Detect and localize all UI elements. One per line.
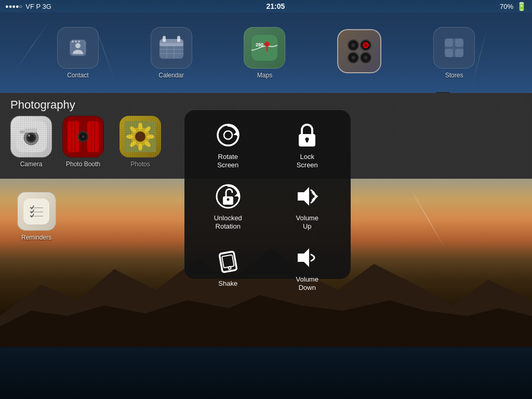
popup-menu: RotateScreen LockScreen <box>184 110 351 279</box>
photobooth-app-label: Photo Booth <box>66 161 100 168</box>
carrier-label: VF P 3G <box>25 3 51 10</box>
volume-down-icon <box>292 243 322 272</box>
rotate-screen-label: RotateScreen <box>217 153 238 169</box>
svg-rect-17 <box>251 35 277 61</box>
svg-point-58 <box>138 143 142 151</box>
status-bar: ●●●●○ VF P 3G 21:05 70% 🔋 <box>0 0 532 12</box>
svg-rect-33 <box>445 38 453 47</box>
signal-dots: ●●●●○ <box>5 3 22 9</box>
svg-rect-10 <box>159 43 183 46</box>
svg-rect-11 <box>163 36 166 42</box>
rotate-screen-item[interactable]: RotateScreen <box>190 115 267 174</box>
svg-point-18 <box>264 42 270 47</box>
stores-icon <box>433 27 475 69</box>
svg-rect-45 <box>68 121 79 152</box>
svg-rect-42 <box>25 128 37 132</box>
contact-label: Contact <box>67 72 88 79</box>
photos-app-icon <box>119 116 161 157</box>
calendar-label: Calendar <box>158 72 184 79</box>
svg-rect-78 <box>222 255 234 268</box>
volume-up-item[interactable]: VolumeUp <box>269 177 346 235</box>
svg-rect-80 <box>23 198 49 224</box>
svg-rect-46 <box>87 121 99 152</box>
svg-point-6 <box>75 41 77 43</box>
svg-point-56 <box>135 131 145 142</box>
top-dock: Contact Calendar <box>0 12 532 93</box>
svg-rect-70 <box>306 139 308 142</box>
contact-icon <box>57 27 99 69</box>
svg-point-5 <box>72 41 74 43</box>
svg-rect-43 <box>20 130 25 134</box>
svg-point-59 <box>126 135 134 139</box>
unlocked-rotation-label: UnlockedRotation <box>214 214 242 230</box>
lock-screen-label: LockScreen <box>297 153 318 169</box>
shake-icon <box>214 247 243 276</box>
lock-screen-item[interactable]: LockScreen <box>269 115 346 174</box>
battery-icon: 🔋 <box>516 2 527 11</box>
dock-app-calendar[interactable]: Calendar <box>151 27 192 79</box>
svg-marker-79 <box>298 248 309 267</box>
svg-point-4 <box>75 43 81 48</box>
svg-rect-12 <box>177 36 180 42</box>
stores-label: Stores <box>445 72 463 79</box>
photos-app-label: Photos <box>130 161 150 168</box>
volume-down-item[interactable]: VolumeDown <box>269 238 346 297</box>
svg-text:280: 280 <box>256 42 263 47</box>
shake-label: Shake <box>218 280 237 288</box>
svg-point-67 <box>224 131 232 139</box>
svg-point-53 <box>82 135 85 138</box>
svg-marker-72 <box>234 192 238 196</box>
svg-point-31 <box>364 56 367 59</box>
battery-percentage: 70% <box>500 3 513 10</box>
volume-up-label: VolumeUp <box>296 214 318 230</box>
svg-point-7 <box>78 41 80 43</box>
camera-app-label: Camera <box>20 161 43 168</box>
status-time: 21:05 <box>267 2 285 10</box>
svg-rect-76 <box>219 251 237 272</box>
svg-rect-35 <box>445 49 453 57</box>
shake-item[interactable]: Shake <box>190 238 267 297</box>
dock-app-photobooth[interactable] <box>337 29 381 76</box>
status-battery-area: 70% 🔋 <box>500 2 527 11</box>
svg-point-60 <box>147 135 154 139</box>
volume-down-label: VolumeDown <box>296 275 318 291</box>
svg-point-74 <box>227 198 229 201</box>
svg-point-25 <box>364 44 367 47</box>
dock-app-contact[interactable]: Contact <box>57 27 99 79</box>
svg-rect-34 <box>455 38 463 47</box>
rotate-screen-icon <box>214 121 243 150</box>
reminders-label: Reminders <box>21 234 51 241</box>
photos-app[interactable]: Photos <box>119 116 161 168</box>
svg-marker-75 <box>298 187 309 206</box>
photobooth-app[interactable]: Photo Booth <box>62 116 104 168</box>
svg-rect-36 <box>455 49 463 57</box>
svg-point-57 <box>138 123 142 130</box>
reminders-app[interactable]: Reminders <box>13 192 60 241</box>
maps-icon: 280 <box>244 27 285 69</box>
lock-screen-icon <box>292 121 322 150</box>
reminders-icon <box>17 192 56 231</box>
camera-app-icon <box>10 116 52 157</box>
dock-app-maps[interactable]: 280 Maps <box>244 27 285 79</box>
unlocked-rotation-item[interactable]: UnlockedRotation <box>190 177 267 235</box>
photobooth-dock-icon <box>337 29 381 73</box>
camera-app[interactable]: Camera <box>10 116 52 168</box>
calendar-icon <box>151 27 192 69</box>
maps-label: Maps <box>257 72 272 79</box>
unlocked-rotation-icon <box>214 182 243 211</box>
dock-app-stores[interactable]: Stores <box>433 27 475 79</box>
volume-up-icon <box>292 182 322 211</box>
svg-point-41 <box>28 135 30 137</box>
status-carrier: ●●●●○ VF P 3G <box>5 3 51 10</box>
svg-point-22 <box>352 44 355 47</box>
photobooth-app-icon <box>62 116 104 157</box>
svg-point-28 <box>352 56 355 59</box>
